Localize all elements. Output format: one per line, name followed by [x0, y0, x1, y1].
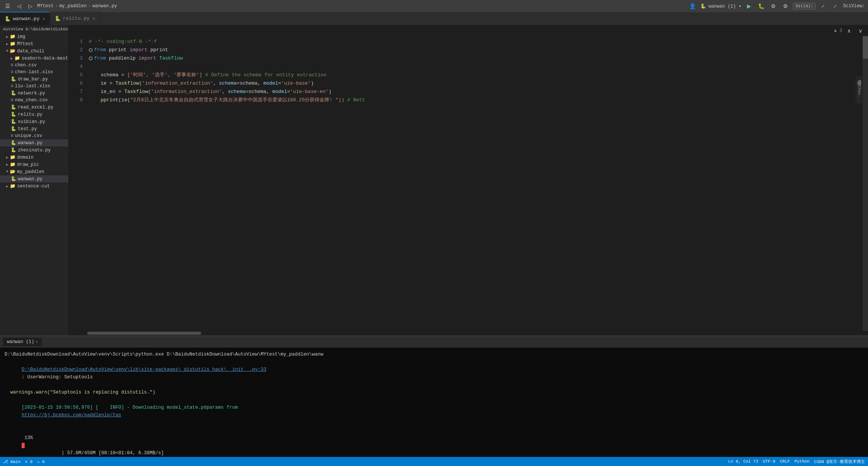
line-num-3: 3 [68, 54, 83, 63]
terminal-close-icon[interactable]: ✕ [36, 340, 38, 344]
sidebar-item-label: draw_pic [17, 162, 39, 167]
sidebar-item-datachuli[interactable]: ▼ 📂 data_chuli [0, 47, 68, 55]
git-branch[interactable]: ⎇ main [3, 459, 20, 464]
breadcrumb-mytest[interactable]: MYtest [37, 3, 53, 9]
py-file-icon: 🐍 [11, 140, 16, 146]
code-token: pprint [106, 46, 129, 54]
sidebar-item-img[interactable]: ▶ 📁 img [0, 33, 68, 40]
sidebar-item-suibian[interactable]: 🐍 suibian.py [0, 118, 68, 125]
horizontal-scrollbar[interactable] [68, 331, 868, 335]
run-button[interactable]: ▶ [744, 2, 753, 11]
line-num-6: 6 [68, 79, 83, 88]
status-bar: ⎇ main ✕ 0 ⚠ 0 Ln 8, Col 72 UTF-8 CRLF P… [0, 457, 868, 466]
py-file-icon: 🐍 [11, 112, 16, 117]
sidebar-item-mypaddlen[interactable]: ▼ 📂 my_paddlen [0, 168, 68, 175]
editor-area: ▲ 3 ∧ ∨ 1 2 3 4 5 6 7 8 # -*- coding:utf… [68, 25, 868, 335]
sidebar-item-wanwan-datachuli[interactable]: 🐍 wanwan.py [0, 139, 68, 146]
sidebar-item-wanwan-paddlen[interactable]: 🐍 wanwan.py [0, 175, 68, 183]
terminal-content[interactable]: D:\BaiduNetdiskDownload\AutoView\venv\Sc… [0, 348, 868, 457]
code-token: 'uie-base-en' [290, 88, 329, 96]
check2-icon[interactable]: ✓ [831, 2, 840, 11]
top-bar-right: 👤 🐍 wanwan (1) ▾ ▶ 🐛 ⚙ ⚙ Git(G): ✓ ✓ Sci… [688, 2, 865, 11]
breadcrumb-mypaddlen[interactable]: my_paddlen [59, 3, 86, 9]
minimap-thumb[interactable] [863, 36, 868, 59]
terminal-link[interactable]: D:\BaiduNetdiskDownload\AutoView\venv\li… [22, 367, 266, 372]
py-file-icon: 🐍 [11, 126, 16, 132]
code-token: ) [329, 88, 332, 96]
chevron-right-icon: ▶ [6, 42, 8, 46]
terminal-line-5: 13% | 57.0M/450M [00:10<01:04, 6.38MB/s] [5, 427, 863, 457]
code-token: # -*- coding:utf-8 -*-f [89, 38, 157, 46]
error-count[interactable]: ✕ 0 [25, 459, 33, 464]
line-num-1: 1 [68, 38, 83, 46]
expand-down-icon[interactable]: ∨ [856, 26, 865, 35]
py-file-icon: 🐍 [11, 76, 16, 82]
code-token [202, 71, 205, 79]
terminal-tab-wanwan[interactable]: wanwan (1) ✕ [3, 338, 42, 346]
debug-button[interactable]: 🐛 [756, 2, 766, 11]
code-token: "2月8日上午北京冬奥会自由式滑雪女子大跳台决赛中中国选手谷爱凌以188.25分… [130, 96, 329, 104]
breadcrumb-file[interactable]: wanwan.py [93, 3, 117, 9]
scrollbar-thumb[interactable] [87, 332, 201, 335]
terminal-download-link[interactable]: https://bj.bcebos.com/paddlenlp/tas [22, 412, 121, 418]
user-icon[interactable]: 👤 [688, 2, 697, 11]
menu-button[interactable]: ☰ [3, 2, 12, 11]
csdn-label: CSDN @东方·教育技术博主 [814, 459, 865, 464]
top-bar: ☰ ◁ ▷ MYtest › my_paddlen › wanwan.py 👤 … [0, 0, 868, 12]
code-token: ['时间', '选手', '赛事名称'] [127, 71, 202, 79]
sidebar-item-test[interactable]: 🐍 test.py [0, 125, 68, 132]
sidebar-item-unique[interactable]: ≡ unique.csv [0, 132, 68, 139]
folder-icon: 📁 [10, 34, 16, 39]
check-icon[interactable]: ✓ [819, 2, 828, 11]
expand-up-icon[interactable]: ∧ [844, 26, 854, 35]
sidebar-item-network[interactable]: 🐍 network.py [0, 90, 68, 97]
code-line-2: from pprint import pprint [87, 46, 863, 54]
sidebar-item-liulast[interactable]: ≡ liu-last.xlsx [0, 83, 68, 90]
forward-button[interactable]: ▷ [26, 2, 35, 11]
sidebar-item-sentencecut[interactable]: ▶ 📁 sentence-cut [0, 183, 68, 190]
sidebar-item-drawbar[interactable]: 🐍 draw_bar.py [0, 76, 68, 83]
sidebar-item-drawpic[interactable]: ▶ 📁 draw_pic [0, 161, 68, 168]
tab-bar: 🐍 wanwan.py ✕ 🐍 relitu.py ✕ [0, 12, 868, 25]
editor-content[interactable]: 1 2 3 4 5 6 7 8 # -*- coding:utf-8 -*-f … [68, 36, 868, 331]
error-indicator: ▲ 3 [834, 28, 842, 33]
sidebar-item-seaborn[interactable]: ▶ 📁 seaborn-data-master [0, 55, 68, 62]
csv-file-icon: ≡ [11, 133, 13, 139]
tab-wanwan-close[interactable]: ✕ [42, 16, 45, 21]
back-button[interactable]: ◁ [14, 2, 24, 11]
settings-button[interactable]: ⚙ [781, 2, 790, 11]
encoding-label[interactable]: UTF-8 [763, 459, 775, 464]
code-line-6: ie = Taskflow ( 'information_extraction'… [87, 79, 863, 88]
folder-icon: 📁 [14, 55, 20, 61]
status-bar-right: Ln 8, Col 72 UTF-8 CRLF Python CSDN @东方·… [728, 459, 865, 464]
folder-icon: 📁 [10, 162, 16, 167]
csv-file-icon: ≡ [11, 98, 13, 103]
sidebar-item-chen-csv[interactable]: ≡ chen.csv [0, 62, 68, 69]
sidebar-item-label: suibian.py [18, 119, 45, 124]
tab-relitu[interactable]: 🐍 relitu.py ✕ [50, 12, 100, 25]
sidebar-item-newchen[interactable]: ≡ new_chen.csv [0, 97, 68, 104]
code-token: schema = [89, 71, 127, 79]
sidebar-item-readexcel[interactable]: 🐍 read_excel.py [0, 104, 68, 111]
sidebar: AutoView D:\BaiduNetdiskDow ▶ 📁 img ▶ 📁 … [0, 25, 68, 335]
profile-button[interactable]: ⚙ [769, 2, 778, 11]
sidebar-item-chen-xlsx[interactable]: ≡ chen-last.xlsx [0, 69, 68, 76]
sidebar-item-label: img [17, 34, 25, 39]
sidebar-item-relitu[interactable]: 🐍 relitu.py [0, 111, 68, 118]
warning-count[interactable]: ⚠ 0 [37, 459, 45, 464]
sidebar-item-domain[interactable]: ▶ 📁 domain [0, 154, 68, 161]
sidebar-item-zhexinatu[interactable]: 🐍 zhexinatu.py [0, 146, 68, 154]
code-token: , [222, 88, 228, 96]
sidebar-item-mytest[interactable]: ▶ 📁 MYtest [0, 40, 68, 47]
language-label[interactable]: Python [794, 459, 810, 464]
code-token: from [94, 54, 106, 63]
git-button[interactable]: Git(G): [793, 3, 816, 9]
xlsx-file-icon: ≡ [11, 69, 13, 75]
folder-open-icon: 📂 [10, 48, 16, 54]
position-label[interactable]: Ln 8, Col 72 [728, 459, 758, 464]
tab-wanwan[interactable]: 🐍 wanwan.py ✕ [0, 12, 50, 25]
code-line-4 [87, 63, 863, 71]
tab-relitu-close[interactable]: ✕ [93, 16, 95, 21]
line-ending-label[interactable]: CRLF [780, 459, 790, 464]
code-lines[interactable]: # -*- coding:utf-8 -*-f from pprint impo… [87, 36, 863, 331]
